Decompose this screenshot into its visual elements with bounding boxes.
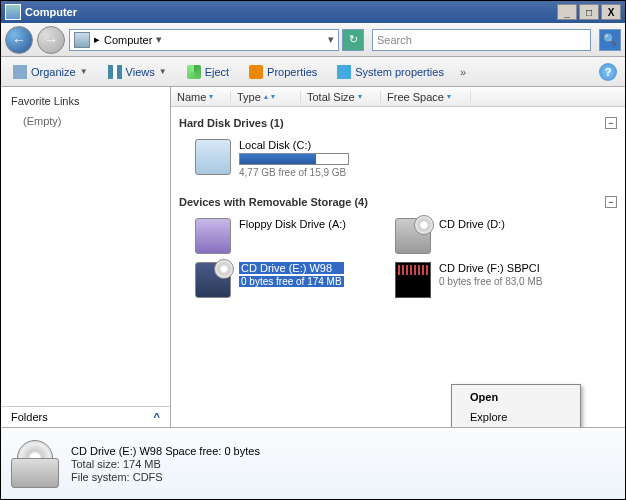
collapse-button[interactable]: − [605,196,617,208]
navigation-bar: ← → ▸ Computer ▾ ▾ ↻ Search 🔍 [1,23,625,57]
drive-name: CD Drive (E:) W98 [239,262,344,274]
favorite-links-header: Favorite Links [11,95,160,107]
address-dropdown-icon[interactable]: ▾ [156,33,162,46]
column-type[interactable]: Type▴▾ [231,91,301,103]
title-bar: Computer _ □ X [1,1,625,23]
drive-free-text: 0 bytes free of 174 MB [239,276,344,287]
column-dropdown-icon[interactable]: ▾ [209,92,213,101]
organize-label: Organize [31,66,76,78]
properties-label: Properties [267,66,317,78]
drive-name: Floppy Disk Drive (A:) [239,218,346,230]
minimize-button[interactable]: _ [557,4,577,20]
cd-drive-icon [395,262,431,298]
drive-local-c[interactable]: Local Disk (C:) 4,77 GB free of 15,9 GB [179,135,617,182]
drive-name: Local Disk (C:) [239,139,349,151]
address-sep: ▸ [94,33,100,46]
search-placeholder: Search [377,34,412,46]
properties-button[interactable]: Properties [245,63,321,81]
column-total-size[interactable]: Total Size▾ [301,91,381,103]
command-bar: Organize ▼ Views ▼ Eject Properties Syst… [1,57,625,87]
details-file-system: File system: CDFS [71,471,260,483]
drive-cd-e[interactable]: CD Drive (E:) W98 0 bytes free of 174 MB [179,258,379,302]
refresh-button[interactable]: ↻ [342,29,364,51]
help-button[interactable]: ? [599,63,617,81]
group-hdd: Hard Disk Drives (1) − Local Disk (C:) 4… [171,107,625,186]
folders-label: Folders [11,411,48,423]
system-properties-button[interactable]: System properties [333,63,448,81]
favorite-links-section: Favorite Links (Empty) [1,87,170,406]
column-dropdown-icon[interactable]: ▾ [447,92,451,101]
group-removable: Devices with Removable Storage (4) − Flo… [171,186,625,306]
forward-button[interactable]: → [37,26,65,54]
capacity-bar [239,153,349,165]
sort-asc-icon: ▴ [264,92,268,101]
window-controls: _ □ X [557,4,621,20]
drive-cd-f[interactable]: CD Drive (F:) SBPCI 0 bytes free of 83,0… [379,258,579,302]
floppy-drive-icon [195,218,231,254]
navigation-pane: Favorite Links (Empty) Folders ^ [1,87,171,427]
maximize-button[interactable]: □ [579,4,599,20]
details-pane: CD Drive (E:) W98 Space free: 0 bytes To… [1,427,625,499]
system-properties-label: System properties [355,66,444,78]
group-title: Hard Disk Drives (1) [179,117,284,129]
organize-icon [13,65,27,79]
selected-drive-icon [11,440,59,488]
properties-icon [249,65,263,79]
views-button[interactable]: Views ▼ [104,63,171,81]
details-total-size: Total size: 174 MB [71,458,260,470]
back-button[interactable]: ← [5,26,33,54]
toolbar-overflow-button[interactable]: » [460,66,466,78]
group-title: Devices with Removable Storage (4) [179,196,368,208]
eject-icon [187,65,201,79]
close-button[interactable]: X [601,4,621,20]
group-header-removable[interactable]: Devices with Removable Storage (4) − [179,190,617,214]
views-label: Views [126,66,155,78]
address-path: Computer [104,34,152,46]
drive-free-text: 4,77 GB free of 15,9 GB [239,167,349,178]
drive-name: CD Drive (D:) [439,218,505,230]
collapse-button[interactable]: − [605,117,617,129]
drive-floppy-a[interactable]: Floppy Disk Drive (A:) [179,214,379,258]
eject-button[interactable]: Eject [183,63,233,81]
views-icon [108,65,122,79]
menu-item-explore[interactable]: Explore [454,407,578,427]
details-text: CD Drive (E:) W98 Space free: 0 bytes To… [71,445,260,483]
search-input[interactable]: Search [372,29,591,51]
cd-drive-icon [195,262,231,298]
main-area: Favorite Links (Empty) Folders ^ Name▾ T… [1,87,625,427]
address-history-icon[interactable]: ▾ [328,33,334,46]
column-headers: Name▾ Type▴▾ Total Size▾ Free Space▾ [171,87,625,107]
group-header-hdd[interactable]: Hard Disk Drives (1) − [179,111,617,135]
context-menu: Open Explore Share... Eject Copy Create … [451,384,581,427]
favorite-links-empty: (Empty) [11,115,160,127]
folders-toggle[interactable]: Folders ^ [1,406,170,427]
details-title: CD Drive (E:) W98 [71,445,162,457]
search-button[interactable]: 🔍 [599,29,621,51]
menu-item-open[interactable]: Open [454,387,578,407]
eject-label: Eject [205,66,229,78]
system-properties-icon [337,65,351,79]
drive-cd-d[interactable]: CD Drive (D:) [379,214,579,258]
computer-icon [5,4,21,20]
details-space-free: Space free: 0 bytes [165,445,260,457]
cd-drive-icon [395,218,431,254]
chevron-up-icon: ^ [154,411,160,423]
column-free-space[interactable]: Free Space▾ [381,91,471,103]
drive-name: CD Drive (F:) SBPCI [439,262,542,274]
drive-free-text: 0 bytes free of 83,0 MB [439,276,542,287]
computer-icon [74,32,90,48]
column-dropdown-icon[interactable]: ▾ [358,92,362,101]
drive-info: Local Disk (C:) 4,77 GB free of 15,9 GB [239,139,349,178]
window-title: Computer [25,6,557,18]
chevron-down-icon: ▼ [80,67,88,76]
column-dropdown-icon[interactable]: ▾ [271,92,275,101]
chevron-down-icon: ▼ [159,67,167,76]
content-pane: Name▾ Type▴▾ Total Size▾ Free Space▾ Har… [171,87,625,427]
hard-drive-icon [195,139,231,175]
organize-button[interactable]: Organize ▼ [9,63,92,81]
address-bar[interactable]: ▸ Computer ▾ ▾ [69,29,339,51]
column-name[interactable]: Name▾ [171,91,231,103]
